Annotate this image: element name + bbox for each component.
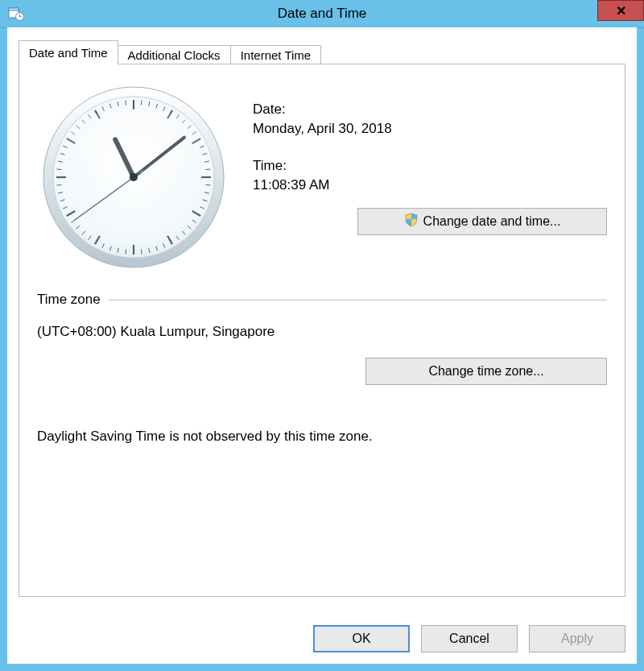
svg-point-73 bbox=[65, 109, 202, 173]
apply-label: Apply bbox=[561, 632, 593, 646]
tab-date-and-time[interactable]: Date and Time bbox=[19, 40, 118, 64]
apply-button[interactable]: Apply bbox=[529, 625, 625, 652]
time-zone-value: (UTC+08:00) Kuala Lumpur, Singapore bbox=[37, 324, 607, 340]
time-zone-group-header: Time zone bbox=[37, 292, 607, 308]
ok-button[interactable]: OK bbox=[313, 625, 410, 652]
svg-line-23 bbox=[206, 169, 211, 170]
tab-internet-time[interactable]: Internet Time bbox=[230, 45, 322, 64]
ok-label: OK bbox=[352, 632, 370, 646]
time-zone-header-label: Time zone bbox=[37, 292, 101, 308]
dst-note: Daylight Saving Time is not observed by … bbox=[37, 429, 607, 445]
svg-rect-1 bbox=[9, 8, 19, 10]
date-time-section: Date: Monday, April 30, 2018 Time: 11:08… bbox=[37, 81, 607, 274]
dialog-button-row: OK Cancel Apply bbox=[313, 625, 625, 652]
svg-line-40 bbox=[126, 250, 126, 255]
time-value: 11:08:39 AM bbox=[253, 177, 607, 193]
date-time-info: Date: Monday, April 30, 2018 Time: 11:08… bbox=[230, 81, 607, 235]
change-date-time-button[interactable]: Change date and time... bbox=[357, 208, 607, 235]
client-area: Date and Time Additional Clocks Internet… bbox=[7, 27, 637, 664]
change-time-zone-label: Change time zone... bbox=[428, 364, 543, 379]
time-label: Time: bbox=[253, 158, 607, 174]
divider bbox=[109, 300, 607, 300]
analog-clock bbox=[37, 81, 230, 274]
date-time-app-icon bbox=[8, 6, 24, 22]
date-label: Date: bbox=[253, 101, 607, 118]
uac-shield-icon bbox=[404, 213, 419, 230]
window-title: Date and Time bbox=[0, 6, 644, 22]
tab-page-date-and-time: Date: Monday, April 30, 2018 Time: 11:08… bbox=[19, 64, 625, 597]
close-icon: ✕ bbox=[616, 3, 626, 19]
cancel-button[interactable]: Cancel bbox=[421, 625, 518, 652]
tab-label: Date and Time bbox=[29, 46, 108, 60]
cancel-label: Cancel bbox=[449, 632, 489, 646]
change-time-zone-button[interactable]: Change time zone... bbox=[365, 358, 607, 385]
tab-label: Additional Clocks bbox=[128, 48, 221, 62]
svg-line-25 bbox=[206, 184, 211, 185]
svg-line-53 bbox=[57, 184, 62, 185]
tab-strip: Date and Time Additional Clocks Internet… bbox=[19, 40, 625, 64]
change-date-time-label: Change date and time... bbox=[423, 214, 561, 229]
tab-label: Internet Time bbox=[241, 48, 312, 62]
svg-point-72 bbox=[130, 173, 138, 181]
date-value: Monday, April 30, 2018 bbox=[253, 121, 607, 137]
titlebar: Date and Time ✕ bbox=[0, 0, 644, 28]
svg-line-55 bbox=[57, 169, 62, 170]
svg-line-38 bbox=[141, 250, 142, 255]
svg-line-10 bbox=[141, 101, 142, 106]
svg-line-68 bbox=[126, 101, 126, 106]
date-and-time-window: Date and Time ✕ Date and Time Additional… bbox=[0, 0, 644, 671]
tab-additional-clocks[interactable]: Additional Clocks bbox=[118, 45, 231, 64]
close-button[interactable]: ✕ bbox=[597, 0, 644, 21]
